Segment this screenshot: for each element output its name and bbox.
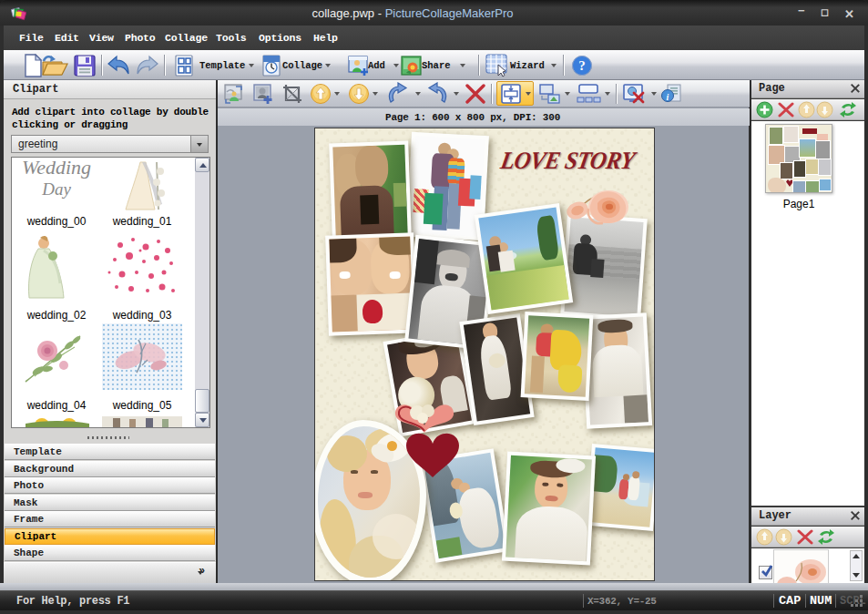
svg-text:i: i [667, 92, 669, 102]
svg-text:?: ? [578, 58, 586, 73]
